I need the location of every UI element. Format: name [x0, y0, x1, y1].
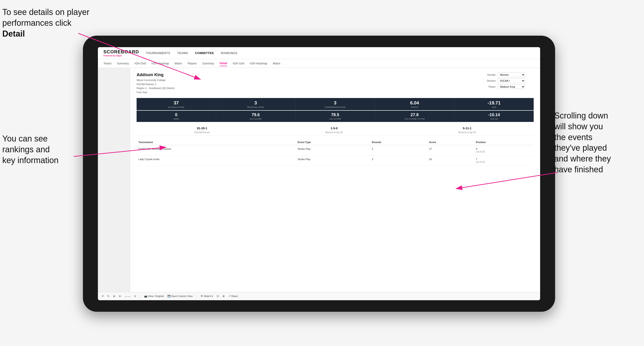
bottom-toolbar: ↺ ↻ ⊕ ⊖ —·— ⊙ | 📷 View: Original 💾 Save … [98, 292, 540, 300]
grid-button[interactable]: ⊞ [222, 295, 224, 298]
player-name: Addison King [136, 72, 174, 77]
nav-rankings[interactable]: RANKINGS [221, 50, 238, 56]
division-filter-row: Division NJCAA I NJCAA II [483, 78, 534, 83]
overall-record: 91-20-1 Overall Record [194, 127, 210, 134]
logo-scoreboard: SCOREBOARD [104, 49, 139, 54]
record-top50: 5-11-1 Record vs top 50 [458, 127, 476, 134]
watch-button[interactable]: 👁 Watch ▾ [200, 295, 213, 298]
subnav-h2h-grid2[interactable]: H2H Grid [233, 61, 244, 66]
player-filter-row: Player Addison King [483, 84, 534, 89]
stat-conference-rank: 3 Conference Rank [296, 98, 375, 110]
top-nav: SCOREBOARD Powered by clippd TOURNAMENTS… [98, 47, 540, 59]
subnav-matrix2[interactable]: Matrix [273, 61, 280, 66]
subnav-teams[interactable]: Teams [104, 61, 112, 66]
gender-filter-row: Gender Women Men [483, 72, 534, 77]
undo-button[interactable]: ↺ [102, 295, 104, 298]
logo-powered: Powered by clippd [104, 54, 139, 57]
col-score: Score [427, 139, 474, 145]
subnav-matrix[interactable]: Matrix [174, 61, 182, 66]
score-1: 17 [427, 145, 474, 156]
tournament-name-2: Lady Coyote Invite [136, 156, 296, 166]
tablet-frame: SCOREBOARD Powered by clippd TOURNAMENTS… [83, 36, 555, 312]
save-custom-view-button[interactable]: 💾 Save Custom View [168, 295, 193, 298]
subnav-h2h-heatmap2[interactable]: H2H Heatmap [250, 61, 267, 66]
records-row: 91-20-1 Overall Record 1-5-0 Record vs t… [136, 125, 534, 136]
share-button[interactable]: ↗ Share [228, 295, 238, 298]
subnav-summary[interactable]: Summary [117, 61, 129, 66]
zoom-out-button[interactable]: ⊖ [119, 295, 121, 298]
subnav-summary2[interactable]: Summary [202, 61, 214, 66]
annotation-top-left: To see details on player performances cl… [2, 7, 90, 39]
rounds-2: 2 [370, 156, 427, 166]
stat-avg-sg: -10.14 Avg SG [454, 111, 534, 122]
layout-button[interactable]: ⊡ [217, 295, 219, 298]
stat-avg-score-par: 27.8 Avg Score to Par [375, 111, 454, 122]
main-content: Addison King Mesa Community College NJCA… [130, 68, 540, 292]
table-row: Lady Coyote Invite Stroke Play 2 16 7 ou… [136, 156, 534, 166]
stat-regional-rank: 3 Regional Rank [216, 98, 296, 110]
tournament-table: Tournament Event Type Rounds Score Posit… [136, 139, 534, 166]
separator-button[interactable]: —·— [124, 295, 130, 298]
player-select[interactable]: Addison King [498, 84, 525, 89]
annotation-bottom-left: You can see rankings and key information [2, 133, 78, 166]
subnav-players[interactable]: Players [188, 61, 197, 66]
stat-wins: 0 Wins [136, 111, 216, 122]
subnav-detail[interactable]: Detail [220, 61, 227, 66]
division-label: Division [483, 79, 496, 82]
subnav-h2h-grid[interactable]: H2H Grid [134, 61, 146, 66]
nav-committee[interactable]: COMMITTEE [195, 50, 214, 56]
col-event-type: Event Type [296, 139, 370, 145]
player-division: NJCAA Division 1 [136, 82, 174, 86]
stats-row-1: 37 National Rank 3 Regional Rank 3 Confe… [136, 98, 534, 110]
event-type-1: Stroke Play [296, 145, 370, 156]
player-year: First Year [136, 90, 174, 95]
player-header: Addison King Mesa Community College NJCA… [136, 72, 534, 94]
col-rounds: Rounds [370, 139, 427, 145]
toolbar-sep2: | [196, 295, 197, 298]
nav-teams[interactable]: TEAMS [177, 50, 188, 56]
rounds-1: 2 [370, 145, 427, 156]
stat-adj-score: 78.5 Adj Score [296, 111, 375, 122]
left-panel [98, 68, 130, 292]
col-empty [269, 139, 296, 145]
player-info: Addison King Mesa Community College NJCA… [136, 72, 174, 94]
division-select[interactable]: NJCAA I NJCAA II [498, 78, 525, 83]
view-original-button[interactable]: 📷 View: Original [144, 295, 164, 298]
content-area: Addison King Mesa Community College NJCA… [98, 68, 540, 292]
position-2: 7 out of 20 [474, 156, 534, 166]
sub-nav: Teams Summary H2H Grid H2H Heatmap Matri… [98, 59, 540, 68]
player-college: Mesa Community College [136, 78, 174, 82]
clock-button[interactable]: ⊙ [134, 295, 136, 298]
stat-avg-score: 79.6 Avg Score [216, 111, 296, 122]
record-top25: 1-5-0 Record vs top 25 [326, 127, 343, 134]
player-label: Player [483, 85, 496, 88]
stat-national-rank: 37 National Rank [136, 98, 216, 110]
gender-select[interactable]: Women Men [498, 72, 525, 77]
player-region: Region 1 - Southwest (18) District [136, 86, 174, 90]
annotation-right: Scrolling down will show you the events … [554, 110, 642, 175]
redo-button[interactable]: ↻ [107, 295, 110, 298]
gender-label: Gender [483, 73, 496, 76]
col-position: Position [474, 139, 534, 145]
score-2: 16 [427, 156, 474, 166]
position-1: 4 out of 20 [474, 145, 534, 156]
stat-points: 6.04 Points [375, 98, 454, 110]
stats-row-2: 0 Wins 79.6 Avg Score 78.5 Adj Score 27.… [136, 111, 534, 122]
col-tournament: Tournament [136, 139, 269, 145]
tournament-name-1: Estella CC- Mountain Classic [136, 145, 296, 156]
nav-tournaments[interactable]: TOURNAMENTS [146, 50, 170, 56]
event-type-2: Stroke Play [296, 156, 370, 166]
table-row: Estella CC- Mountain Classic Stroke Play… [136, 145, 534, 156]
nav-items: TOURNAMENTS TEAMS COMMITTEE RANKINGS [146, 50, 237, 56]
toolbar-sep: | [140, 295, 140, 298]
stat-sos: -19.71 SoS [454, 98, 534, 110]
player-filters: Gender Women Men Division NJCAA I NJCAA … [483, 72, 534, 94]
logo-area: SCOREBOARD Powered by clippd [104, 49, 139, 57]
subnav-h2h-heatmap[interactable]: H2H Heatmap [152, 61, 169, 66]
zoom-in-button[interactable]: ⊕ [113, 295, 115, 298]
tablet-screen: SCOREBOARD Powered by clippd TOURNAMENTS… [98, 47, 540, 300]
